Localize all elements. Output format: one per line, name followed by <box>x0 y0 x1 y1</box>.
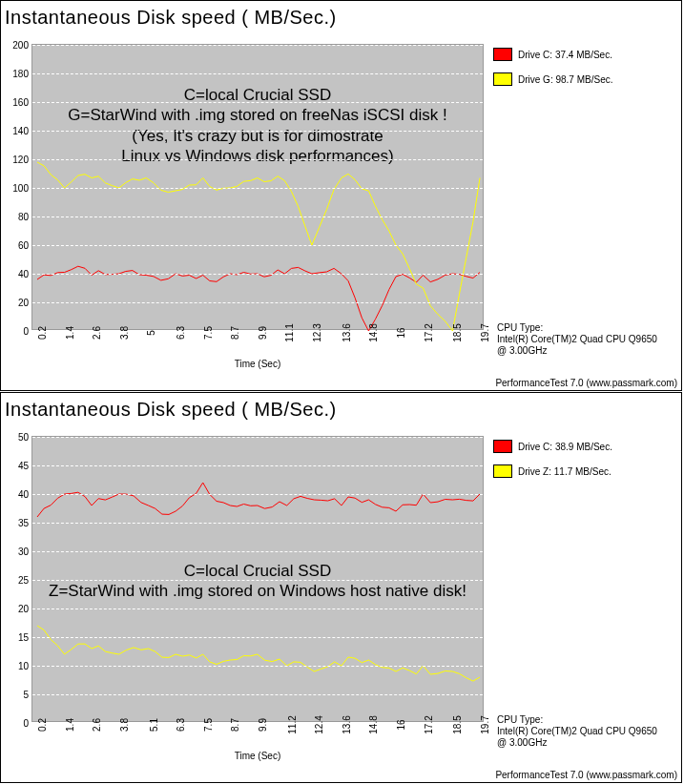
y-tick: 50 <box>18 432 29 443</box>
x-tick: 13.6 <box>342 715 352 733</box>
x-tick: 0.2 <box>37 326 48 340</box>
legend-item: Drive C: 37.4 MB/Sec. <box>493 48 612 61</box>
cpu-info: CPU Type: Intel(R) Core(TM)2 Quad CPU Q9… <box>497 322 669 357</box>
x-tick: 3.8 <box>119 326 130 340</box>
y-tick: 45 <box>18 461 29 471</box>
cpu-info: CPU Type: Intel(R) Core(TM)2 Quad CPU Q9… <box>497 714 669 749</box>
legend-label: Drive C: 38.9 MB/Sec. <box>518 442 612 452</box>
x-tick: 1.4 <box>65 718 75 732</box>
y-tick: 10 <box>18 661 29 671</box>
y-tick: 25 <box>18 575 29 586</box>
y-tick: 20 <box>18 298 29 308</box>
legend-swatch-red <box>493 48 512 61</box>
legend-swatch-yellow <box>493 72 512 86</box>
series-line <box>37 483 480 517</box>
legend-item: Drive G: 98.7 MB/Sec. <box>493 72 612 86</box>
x-tick: 19.7 <box>480 323 490 341</box>
x-tick: 17.2 <box>424 715 434 733</box>
x-tick: 3.8 <box>119 718 130 732</box>
x-tick: 8.7 <box>230 718 240 732</box>
x-tick: 9.9 <box>258 326 268 340</box>
y-tick: 15 <box>18 632 29 643</box>
x-tick: 0.2 <box>37 718 48 732</box>
x-tick: 5 <box>146 330 156 336</box>
attribution: PerformanceTest 7.0 (www.passmark.com) <box>495 770 677 780</box>
y-tick: 0 <box>23 718 29 729</box>
x-tick: 9.9 <box>258 718 268 732</box>
legend-item: Drive Z: 11.7 MB/Sec. <box>493 464 612 478</box>
y-tick: 40 <box>18 269 29 279</box>
legend-item: Drive C: 38.9 MB/Sec. <box>493 440 612 453</box>
x-tick: 16 <box>396 327 406 338</box>
y-tick: 120 <box>12 155 29 165</box>
legend: Drive C: 37.4 MB/Sec. Drive G: 98.7 MB/S… <box>493 48 612 97</box>
legend-swatch-red <box>493 440 512 453</box>
y-tick: 30 <box>18 547 29 557</box>
x-tick: 6.3 <box>176 718 186 732</box>
x-tick: 11.1 <box>284 323 295 341</box>
x-tick: 2.6 <box>92 718 102 732</box>
x-tick: 14.8 <box>368 715 379 733</box>
y-tick: 35 <box>18 518 29 528</box>
x-tick: 13.6 <box>342 323 352 341</box>
plot-area: C=local Crucial SSD G=StarWind with .img… <box>31 44 484 330</box>
legend-swatch-yellow <box>493 464 512 478</box>
plot-area: C=local Crucial SSD Z=StarWind with .img… <box>31 436 484 722</box>
x-tick: 7.5 <box>203 718 214 732</box>
y-tick: 140 <box>12 126 29 136</box>
x-tick: 6.3 <box>176 326 186 340</box>
y-tick: 60 <box>18 240 29 251</box>
y-tick: 5 <box>23 690 29 700</box>
legend: Drive C: 38.9 MB/Sec. Drive Z: 11.7 MB/S… <box>493 440 612 489</box>
y-tick: 160 <box>12 97 29 108</box>
legend-label: Drive C: 37.4 MB/Sec. <box>518 50 612 60</box>
x-tick: 17.2 <box>424 323 434 341</box>
x-tick: 11.2 <box>287 715 298 733</box>
x-tick: 18.5 <box>452 715 463 733</box>
y-tick: 0 <box>23 326 29 337</box>
x-tick: 19.7 <box>480 715 490 733</box>
x-tick: 18.5 <box>452 323 463 341</box>
x-axis-label: Time (Sec) <box>235 359 281 369</box>
x-tick: 12.3 <box>312 323 322 341</box>
x-tick: 5.1 <box>149 718 159 732</box>
x-tick: 12.4 <box>314 715 324 733</box>
attribution: PerformanceTest 7.0 (www.passmark.com) <box>495 378 677 388</box>
y-tick: 40 <box>18 489 29 500</box>
x-axis-label: Time (Sec) <box>235 751 281 761</box>
y-tick: 180 <box>12 69 29 79</box>
x-tick: 1.4 <box>65 326 75 340</box>
chart-title: Instantaneous Disk speed ( MB/Sec.) <box>1 393 681 423</box>
chart-title: Instantaneous Disk speed ( MB/Sec.) <box>1 1 681 31</box>
x-tick: 2.6 <box>92 326 102 340</box>
series-line <box>37 626 480 681</box>
y-tick: 100 <box>12 183 29 194</box>
chart-panel-2: Instantaneous Disk speed ( MB/Sec.) C=lo… <box>0 392 682 783</box>
legend-label: Drive Z: 11.7 MB/Sec. <box>518 466 611 477</box>
series-line <box>37 266 480 331</box>
x-tick: 16 <box>396 719 406 730</box>
y-tick: 20 <box>18 604 29 614</box>
legend-label: Drive G: 98.7 MB/Sec. <box>518 74 612 85</box>
y-tick: 200 <box>12 40 29 51</box>
chart-panel-1: Instantaneous Disk speed ( MB/Sec.) C=lo… <box>0 0 682 391</box>
x-tick: 14.8 <box>368 323 379 341</box>
x-tick: 7.5 <box>203 326 214 340</box>
x-tick: 8.7 <box>230 326 240 340</box>
y-tick: 80 <box>18 212 29 222</box>
